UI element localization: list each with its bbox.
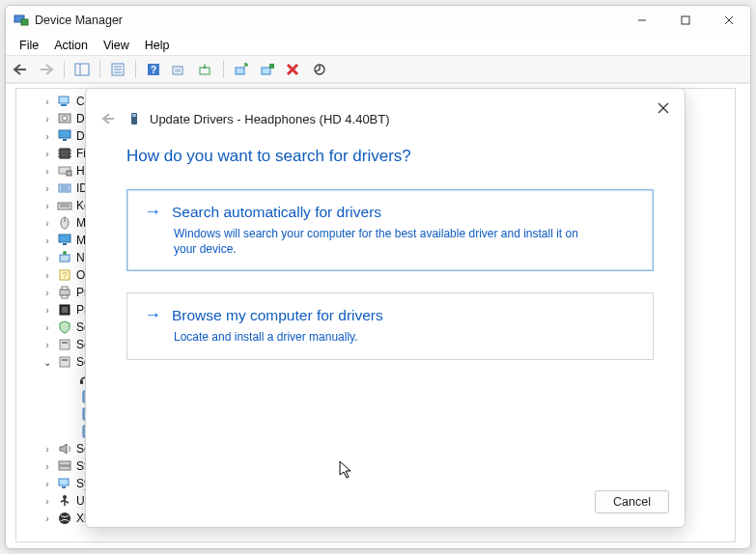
device-manager-window: Device Manager File Action View Help ? [5, 5, 751, 549]
scan-hardware-button[interactable] [169, 59, 190, 80]
dialog-header: Update Drivers - Headphones (HD 4.40BT) [86, 89, 685, 135]
menu-file[interactable]: File [12, 37, 46, 54]
caret-right-icon[interactable]: › [42, 513, 53, 524]
cpu-icon [57, 302, 72, 318]
svg-rect-69 [59, 461, 70, 465]
show-hide-tree-button[interactable] [71, 59, 93, 80]
add-driver-button[interactable] [231, 59, 252, 80]
caret-right-icon[interactable]: › [42, 305, 53, 316]
caret-right-icon[interactable]: › [42, 149, 53, 159]
svg-rect-60 [60, 340, 70, 349]
dialog-body: How do you want to search for drivers? →… [86, 135, 685, 381]
monitor-icon [57, 233, 72, 248]
usb-icon [57, 493, 72, 509]
close-button[interactable] [707, 6, 750, 35]
svg-rect-82 [132, 114, 136, 117]
mouse-icon [57, 215, 72, 231]
content-area: ›Co›Disk›Disp›Firm›Hu›IDE›Key›Mic›Mo›Net… [6, 83, 750, 548]
dialog-title: Update Drivers - Headphones (HD 4.40BT) [150, 112, 390, 126]
caret-right-icon[interactable]: › [42, 444, 53, 455]
dialog-question: How do you want to search for drivers? [126, 147, 654, 166]
svg-rect-1 [21, 19, 28, 25]
caret-right-icon[interactable]: › [42, 201, 53, 211]
caret-right-icon[interactable]: › [42, 235, 53, 246]
svg-rect-17 [175, 69, 181, 72]
dialog-footer: Cancel [86, 481, 685, 527]
enable-device-button[interactable] [257, 59, 278, 80]
disk-icon [57, 111, 72, 126]
maximize-button[interactable] [663, 6, 707, 35]
toolbar-separator [135, 61, 136, 78]
svg-point-52 [63, 251, 67, 255]
svg-rect-59 [62, 307, 68, 313]
svg-rect-19 [236, 68, 244, 74]
app-icon [14, 13, 29, 28]
dialog-back-button[interactable] [98, 108, 119, 129]
caret-right-icon[interactable]: › [42, 166, 53, 177]
svg-rect-56 [62, 287, 68, 290]
svg-rect-21 [269, 64, 274, 69]
svg-point-28 [63, 116, 68, 121]
caret-right-icon[interactable]: › [42, 270, 53, 281]
menubar: File Action View Help [6, 35, 750, 56]
arrow-right-icon: → [143, 202, 162, 222]
option-browse-computer[interactable]: → Browse my computer for drivers Locate … [126, 292, 654, 359]
svg-rect-49 [59, 235, 70, 242]
caret-right-icon[interactable]: › [42, 131, 53, 142]
pc-icon [57, 94, 72, 109]
update-drivers-dialog: Update Drivers - Headphones (HD 4.40BT) … [85, 88, 686, 528]
nav-forward-button[interactable] [36, 59, 57, 80]
system-icon [57, 476, 72, 491]
caret-right-icon[interactable]: › [42, 461, 53, 472]
option-search-automatically[interactable]: → Search automatically for drivers Windo… [126, 189, 654, 271]
scan-for-changes-button[interactable] [309, 59, 330, 80]
svg-rect-61 [62, 342, 68, 344]
option-title: Browse my computer for drivers [172, 307, 383, 324]
caret-right-icon[interactable]: › [42, 322, 53, 333]
caret-right-icon[interactable]: › [42, 253, 53, 263]
svg-rect-26 [61, 104, 67, 106]
toolbar-separator [223, 61, 224, 78]
caret-right-icon[interactable]: › [42, 183, 53, 194]
caret-right-icon[interactable]: › [42, 340, 53, 350]
menu-help[interactable]: Help [137, 37, 178, 54]
svg-rect-57 [62, 295, 68, 298]
printer-icon [57, 285, 72, 300]
svg-rect-71 [59, 479, 69, 485]
toolbar-separator [64, 61, 65, 78]
minimize-button[interactable] [620, 6, 663, 35]
keyboard-icon [57, 198, 72, 213]
cancel-button[interactable]: Cancel [595, 490, 669, 513]
nav-back-button[interactable] [10, 59, 31, 80]
uninstall-device-button[interactable] [283, 59, 304, 80]
arrow-right-icon: → [143, 305, 162, 325]
chip-icon [57, 146, 72, 161]
caret-right-icon[interactable]: › [42, 288, 53, 298]
caret-down-icon[interactable]: ⌄ [42, 357, 53, 368]
svg-text:?: ? [151, 65, 156, 75]
properties-button[interactable] [107, 59, 128, 80]
option-description: Locate and install a driver manually. [174, 329, 599, 345]
xbox-icon [57, 511, 72, 526]
caret-right-icon[interactable]: › [42, 218, 53, 229]
svg-rect-55 [60, 290, 70, 295]
caret-right-icon[interactable]: › [42, 479, 53, 489]
net-icon [57, 250, 72, 265]
help-button[interactable]: ? [143, 59, 164, 80]
caret-right-icon[interactable]: › [42, 496, 53, 507]
svg-rect-50 [63, 243, 67, 245]
update-driver-button[interactable] [195, 59, 216, 80]
svg-rect-31 [60, 149, 70, 158]
caret-right-icon[interactable]: › [42, 97, 53, 107]
svg-rect-63 [62, 359, 68, 361]
menu-view[interactable]: View [96, 37, 137, 54]
svg-rect-25 [59, 97, 69, 103]
svg-text:?: ? [62, 270, 67, 280]
caret-right-icon[interactable]: › [42, 114, 53, 125]
svg-rect-3 [682, 16, 689, 24]
soft-icon [57, 337, 72, 352]
svg-rect-30 [63, 139, 67, 141]
option-description: Windows will search your computer for th… [174, 226, 599, 257]
menu-action[interactable]: Action [46, 37, 96, 54]
dialog-close-button[interactable] [652, 97, 675, 120]
